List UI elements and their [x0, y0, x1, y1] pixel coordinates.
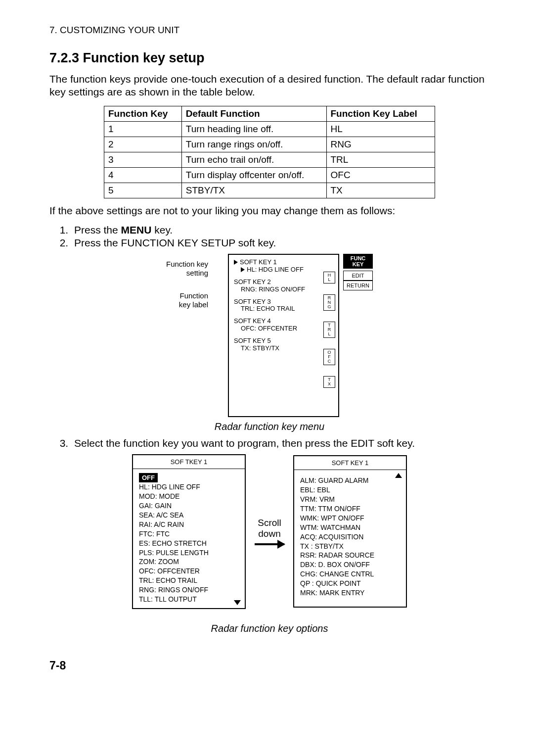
th-function-key: Function Key [104, 106, 182, 121]
table-header-row: Function Key Default Function Function K… [104, 106, 435, 121]
cell: 4 [104, 167, 182, 183]
list-item: SEA: A/C SEA [139, 511, 239, 520]
step-1-post: key. [151, 224, 173, 236]
cell: 2 [104, 137, 182, 152]
list-item: RSR: RADAR SOURCE [300, 551, 400, 560]
list-item: QP : QUICK POINT [300, 579, 400, 588]
step-1: Press the MENU key. [71, 224, 490, 236]
list-item: ALM: GUARD ALARM [300, 476, 400, 485]
cell: TRL [326, 152, 435, 167]
soft-key-3-title: SOFT KEY 3 [234, 298, 335, 306]
intro-paragraph: The function keys provide one-touch exec… [49, 73, 490, 99]
cell: 5 [104, 183, 182, 198]
cell: Turn heading line off. [181, 121, 326, 137]
key-label-tx: T X [323, 376, 335, 388]
return-soft-key: RETURN [343, 281, 373, 290]
scroll-down-icon [234, 600, 241, 605]
soft-key-2-title: SOFT KEY 2 [234, 279, 335, 286]
cell: STBY/TX [181, 183, 326, 198]
menu-box: SOFT KEY 1 HL: HDG LINE OFF SOFT KEY 2 R… [228, 254, 339, 417]
table-row: 3 Turn echo trail on/off. TRL [104, 152, 435, 167]
list-item: TRL: ECHO TRAIL [139, 576, 239, 585]
table-row: 5 STBY/TX TX [104, 183, 435, 198]
key-label-rng: R N G [323, 294, 335, 311]
list-item: EBL: EBL [300, 485, 400, 495]
figure-2-caption: Radar function key options [49, 623, 490, 634]
cell: Turn range rings on/off. [181, 137, 326, 152]
soft-key-4-title: SOFT KEY 4 [234, 318, 335, 325]
list-item: TTM: TTM ON/OFF [300, 504, 400, 514]
cursor-icon [234, 260, 238, 265]
callout-function-key-setting: Function key setting [166, 260, 208, 278]
cell: TX [326, 183, 435, 198]
list-item: HL: HDG LINE OFF [139, 482, 239, 492]
soft-key-5-title: SOFT KEY 5 [234, 337, 335, 345]
step-1-pre: Press the [74, 224, 121, 236]
right-panel-title: SOFT KEY 1 [294, 456, 406, 470]
figure-1-caption: Radar function key menu [49, 421, 490, 432]
selected-option-off: OFF [139, 473, 158, 483]
soft-key-5-value: TX: STBY/TX [241, 345, 335, 352]
edit-soft-key: EDIT [343, 271, 373, 281]
soft-key-2-value: RNG: RINGS ON/OFF [241, 286, 335, 293]
key-label-trl: T R L [323, 322, 335, 338]
running-head: 7. CUSTOMIZING YOUR UNIT [49, 25, 490, 36]
key-label-ofc: O F C [323, 349, 335, 365]
list-item: ACQ: ACQUISITION [300, 532, 400, 542]
soft-key-1-title: SOFT KEY 1 [240, 258, 277, 266]
table-row: 4 Turn display offcenter on/off. OFC [104, 167, 435, 183]
callout-function-key-label: Function key label [166, 291, 208, 309]
cell: OFC [326, 167, 435, 183]
list-item: WMK: WPT ON/OFF [300, 514, 400, 523]
list-item: OFC: OFFCENTER [139, 567, 239, 576]
cell: RNG [326, 137, 435, 152]
list-item: TX : STBY/TX [300, 542, 400, 551]
table-row: 1 Turn heading line off. HL [104, 121, 435, 137]
list-item: ES: ECHO STRETCH [139, 539, 239, 548]
soft-key-3-value: TRL: ECHO TRAIL [241, 305, 335, 313]
scroll-up-icon [395, 473, 402, 478]
list-item: MOD: MODE [139, 492, 239, 501]
cell: 1 [104, 121, 182, 137]
th-function-key-label: Function Key Label [326, 106, 435, 121]
cursor-icon [241, 267, 245, 272]
soft-key-label-boxes: H L R N G T R L O F C T X [323, 272, 335, 388]
table-row: 2 Turn range rings on/off. RNG [104, 137, 435, 152]
options-left-panel: SOF TKEY 1 OFF HL: HDG LINE OFF MOD: MOD… [132, 454, 246, 609]
list-item: RNG: RINGS ON/OFF [139, 585, 239, 595]
options-right-panel: SOFT KEY 1 ALM: GUARD ALARM EBL: EBL VRM… [293, 455, 407, 608]
list-item: CHG: CHANGE CNTRL [300, 569, 400, 579]
list-item: MRK: MARK ENTRY [300, 588, 400, 598]
steps-list-cont: Select the function key you want to prog… [49, 437, 490, 449]
list-item: GAI: GAIN [139, 501, 239, 511]
list-item: RAI: A/C RAIN [139, 520, 239, 529]
scroll-indicator: Scroll down [255, 518, 284, 545]
soft-key-1-value: HL: HDG LINE OFF [247, 266, 304, 273]
cell: Turn display offcenter on/off. [181, 167, 326, 183]
step-2: Press the FUNCTION KEY SETUP soft key. [71, 237, 490, 249]
step-3: Select the function key you want to prog… [71, 437, 490, 449]
cell: HL [326, 121, 435, 137]
section-heading: 7.2.3 Function key setup [49, 50, 490, 66]
left-panel-title: SOF TKEY 1 [133, 455, 245, 469]
list-item: VRM: VRM [300, 495, 400, 504]
list-item: ZOM: ZOOM [139, 557, 239, 567]
th-default-function: Default Function [181, 106, 326, 121]
soft-key-header: FUNC KEY [343, 254, 373, 269]
steps-list: Press the MENU key. Press the FUNCTION K… [49, 224, 490, 249]
list-item: TLL: TLL OUTPUT [139, 595, 239, 604]
page-number: 7-8 [49, 659, 490, 672]
list-item: FTC: FTC [139, 529, 239, 539]
soft-key-4-value: OFC: OFFCENTER [241, 325, 335, 332]
list-item: DBX: D. BOX ON/OFF [300, 560, 400, 569]
cell: 3 [104, 152, 182, 167]
figure-function-key-options: SOF TKEY 1 OFF HL: HDG LINE OFF MOD: MOD… [132, 454, 407, 609]
figure-function-key-menu: Function key setting Function key label … [166, 254, 373, 417]
after-table-text: If the above settings are not to your li… [49, 204, 490, 217]
function-key-table: Function Key Default Function Function K… [104, 106, 435, 198]
cell: Turn echo trail on/off. [181, 152, 326, 167]
scroll-label: Scroll down [258, 518, 281, 539]
list-item: PLS: PULSE LENGTH [139, 548, 239, 558]
arrow-right-icon [255, 543, 284, 545]
menu-key-label: MENU [121, 224, 152, 236]
